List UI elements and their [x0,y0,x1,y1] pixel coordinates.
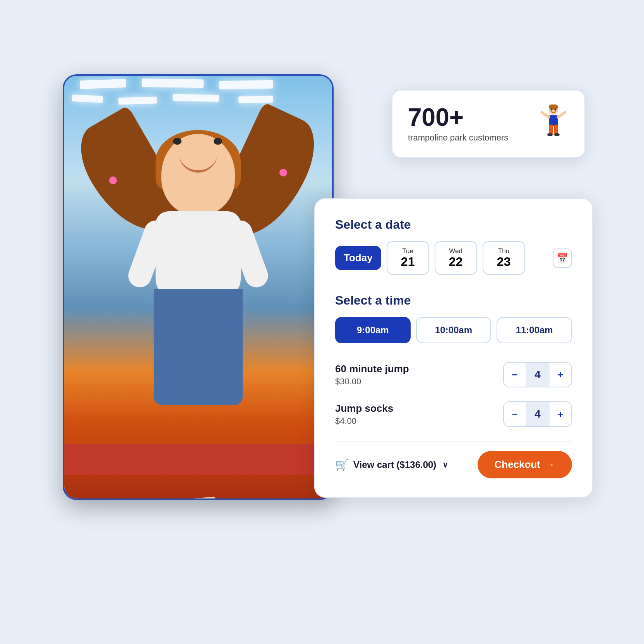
product-name-jump: 60 minute jump [335,363,409,375]
stats-card: 700+ trampoline park customers [392,90,585,158]
scene: 700+ trampoline park customers [51,51,593,593]
booking-card: Select a date Today Tue 21 Wed 22 Thu 23… [314,198,593,498]
checkout-label: Checkout [495,459,540,471]
product-info-socks: Jump socks $4.00 [335,402,393,426]
date-row: Today Tue 21 Wed 22 Thu 23 📅 [335,241,572,275]
qty-control-socks: − 4 + [503,401,572,427]
svg-line-5 [542,112,549,117]
thu23-num: 23 [491,255,517,269]
date-btn-thu23[interactable]: Thu 23 [483,241,525,275]
product-row-jump: 60 minute jump $30.00 − 4 + [335,362,572,387]
trampoline-mat [63,444,334,475]
tue21-num: 21 [395,255,421,269]
footer-bar: 🛒 View cart ($136.00) ∨ Checkout → [335,441,572,478]
qty-minus-jump[interactable]: − [504,363,526,387]
qty-plus-jump[interactable]: + [550,363,571,387]
kid-figure [125,107,272,424]
qty-value-jump: 4 [526,363,550,387]
calendar-icon-button[interactable]: 📅 [553,248,572,268]
svg-line-6 [558,112,565,117]
date-btn-wed22[interactable]: Wed 22 [435,241,477,275]
date-section-title: Select a date [335,218,572,232]
chevron-down-icon: ∨ [442,460,448,469]
svg-point-7 [547,133,553,136]
view-cart-button[interactable]: 🛒 View cart ($136.00) ∨ [335,458,448,471]
wed22-day: Wed [443,247,469,255]
time-row: 9:00am 10:00am 11:00am [335,317,572,343]
thu23-day: Thu [491,247,517,255]
product-price-socks: $4.00 [335,416,393,426]
time-11am-label: 11:00am [516,325,553,335]
today-label: Today [344,252,373,264]
time-btn-10am[interactable]: 10:00am [416,317,492,343]
product-info-jump: 60 minute jump $30.00 [335,363,409,387]
time-btn-9am[interactable]: 9:00am [335,317,411,343]
product-name-socks: Jump socks [335,402,393,414]
qty-value-socks: 4 [526,402,550,426]
date-btn-tue21[interactable]: Tue 21 [387,241,429,275]
qty-minus-socks[interactable]: − [504,402,526,426]
jumping-person-icon [538,104,569,143]
svg-rect-2 [549,115,558,126]
svg-point-8 [554,133,560,136]
time-btn-11am[interactable]: 11:00am [497,317,572,343]
date-btn-today[interactable]: Today [335,246,381,270]
product-price-jump: $30.00 [335,377,409,387]
view-cart-label: View cart ($136.00) [353,459,436,470]
qty-plus-socks[interactable]: + [550,402,571,426]
calendar-icon: 📅 [557,253,568,264]
stats-text: 700+ trampoline park customers [408,105,530,143]
tue21-day: Tue [395,247,421,255]
qty-control-jump: − 4 + [503,362,572,387]
time-10am-label: 10:00am [435,325,472,335]
svg-point-10 [555,109,557,111]
product-row-socks: Jump socks $4.00 − 4 + [335,401,572,427]
wed22-num: 22 [443,255,469,269]
photo-card [63,74,334,500]
stats-number: 700+ [408,105,530,130]
svg-point-9 [551,109,553,111]
stats-subtitle: trampoline park customers [408,133,530,143]
time-section-title: Select a time [335,293,572,308]
time-9am-label: 9:00am [357,325,389,335]
checkout-button[interactable]: Checkout → [478,451,572,478]
checkout-arrow: → [545,459,555,471]
cart-icon: 🛒 [335,458,349,471]
